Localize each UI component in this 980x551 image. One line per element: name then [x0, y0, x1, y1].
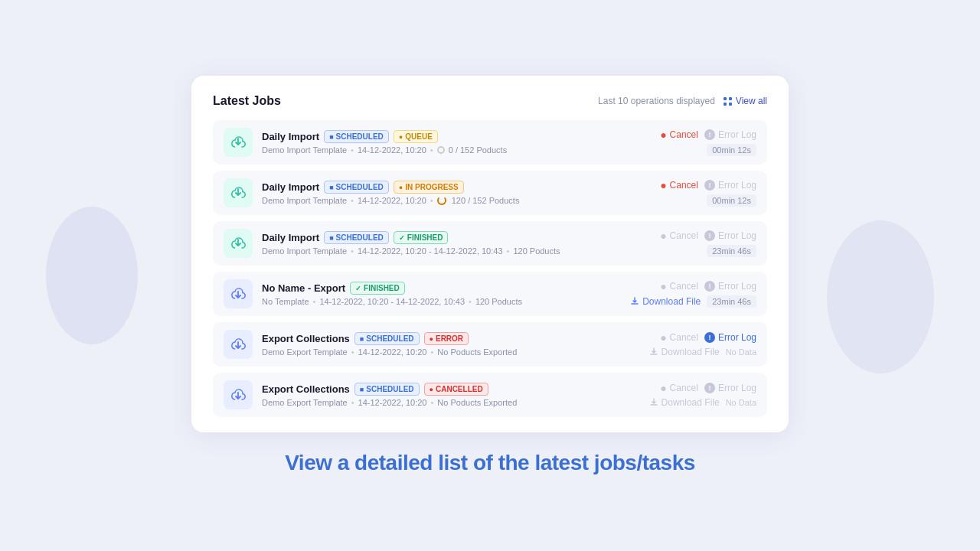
download-icon-3 — [630, 297, 639, 306]
job-icon-3 — [224, 279, 253, 308]
job-date-3: 14-12-2022, 10:20 - 14-12-2022, 10:43 — [319, 297, 465, 306]
job-progress-3: 120 Poducts — [475, 297, 522, 306]
job-icon-0 — [224, 128, 253, 157]
job-progress-4: No Poducts Exported — [437, 347, 517, 357]
cloud-download-icon — [230, 336, 247, 353]
job-date-4: 14-12-2022, 10:20 — [358, 347, 427, 357]
job-name-0: Daily Import — [262, 131, 319, 142]
job-title-row-3: No Name - Export✓ FINISHED — [262, 282, 617, 295]
job-icon-5 — [224, 380, 253, 409]
job-name-2: Daily Import — [262, 232, 319, 243]
progress-circle-0 — [437, 146, 445, 154]
action-top-row-2: ● Cancel! Error Log — [660, 230, 756, 242]
job-date-0: 14-12-2022, 10:20 — [358, 145, 426, 155]
error-log-button-5[interactable]: ! Error Log — [704, 383, 756, 393]
job-info-1: Daily Import■ SCHEDULED● IN PROGRESSDemo… — [262, 181, 617, 205]
job-date-2: 14-12-2022, 10:20 - 14-12-2022, 10:43 — [358, 246, 503, 256]
job-template-3: No Template — [262, 297, 309, 306]
error-log-button-0[interactable]: ! Error Log — [704, 129, 756, 140]
time-badge-3: 23min 46s — [707, 295, 756, 308]
page-wrapper: Latest Jobs Last 10 operations displayed… — [0, 0, 980, 551]
job-date-5: 14-12-2022, 10:20 — [358, 398, 427, 407]
badge-scheduled-2: ■ SCHEDULED — [324, 231, 389, 244]
job-info-2: Daily Import■ SCHEDULED✓ FINISHEDDemo Im… — [262, 231, 617, 256]
job-actions-5: ● Cancel! Error Log Download FileNo Data — [626, 382, 756, 408]
job-icon-1 — [224, 178, 253, 207]
jobs-card: Latest Jobs Last 10 operations displayed… — [191, 76, 789, 432]
badge-scheduled-1: ■ SCHEDULED — [324, 181, 389, 194]
view-all-button[interactable]: View all — [723, 96, 767, 106]
table-row: No Name - Export✓ FINISHEDNo Template•14… — [213, 272, 767, 316]
download-icon-4 — [649, 347, 658, 357]
job-actions-1: ● Cancel! Error Log00min 12s — [626, 179, 756, 207]
error-log-button-4[interactable]: ! Error Log — [704, 332, 756, 343]
action-bottom-row-0: 00min 12s — [707, 144, 756, 156]
job-info-0: Daily Import■ SCHEDULED● QUEUEDemo Impor… — [262, 130, 617, 155]
action-top-row-1: ● Cancel! Error Log — [660, 179, 756, 191]
job-title-row-2: Daily Import■ SCHEDULED✓ FINISHED — [262, 231, 617, 244]
job-actions-0: ● Cancel! Error Log00min 12s — [626, 129, 756, 156]
error-log-button-1[interactable]: ! Error Log — [704, 180, 756, 191]
job-name-3: No Name - Export — [262, 282, 345, 294]
view-all-icon — [723, 96, 733, 106]
job-template-2: Demo Import Template — [262, 246, 347, 256]
cancel-button-1[interactable]: ● Cancel — [660, 179, 698, 191]
cloud-upload-icon — [230, 184, 247, 201]
cancel-button-2: ● Cancel — [660, 230, 698, 242]
error-log-button-2[interactable]: ! Error Log — [704, 230, 756, 241]
job-info-4: Export Collections■ SCHEDULED● ERRORDemo… — [262, 332, 617, 357]
action-top-row-3: ● Cancel! Error Log — [660, 280, 756, 292]
svg-rect-1 — [729, 97, 732, 100]
table-row: Export Collections■ SCHEDULED● ERRORDemo… — [213, 322, 767, 367]
badge-finished-3: ✓ FINISHED — [350, 282, 405, 295]
svg-rect-2 — [724, 103, 727, 106]
error-log-button-3[interactable]: ! Error Log — [704, 281, 756, 292]
download-button-4: Download File — [649, 347, 720, 357]
job-actions-3: ● Cancel! Error Log Download File23min 4… — [626, 280, 756, 308]
job-date-1: 14-12-2022, 10:20 — [358, 196, 426, 205]
job-icon-4 — [224, 330, 253, 359]
job-progress-5: No Poducts Exported — [437, 398, 517, 407]
svg-rect-3 — [729, 103, 732, 106]
table-row: Daily Import■ SCHEDULED● QUEUEDemo Impor… — [213, 120, 767, 165]
action-bottom-row-1: 00min 12s — [707, 194, 756, 207]
cancel-button-0[interactable]: ● Cancel — [660, 129, 698, 141]
blob-left — [46, 207, 138, 344]
action-top-row-0: ● Cancel! Error Log — [660, 129, 756, 141]
card-header: Latest Jobs Last 10 operations displayed… — [213, 94, 767, 108]
cloud-download-icon — [230, 285, 247, 302]
action-top-row-5: ● Cancel! Error Log — [660, 382, 756, 394]
job-title-row-0: Daily Import■ SCHEDULED● QUEUE — [262, 130, 617, 143]
download-icon-5 — [649, 398, 658, 407]
time-badge-0: 00min 12s — [707, 144, 756, 156]
job-title-row-5: Export Collections■ SCHEDULED● CANCELLED — [262, 383, 617, 396]
job-list: Daily Import■ SCHEDULED● QUEUEDemo Impor… — [213, 120, 767, 417]
job-progress-1: 120 / 152 Poducts — [452, 196, 520, 205]
time-badge-1: 00min 12s — [707, 194, 756, 207]
job-progress-2: 120 Poducts — [513, 246, 560, 256]
cloud-upload-icon — [230, 235, 247, 252]
badge-scheduled-0: ■ SCHEDULED — [324, 130, 389, 143]
table-row: Daily Import■ SCHEDULED● IN PROGRESSDemo… — [213, 171, 767, 215]
job-template-1: Demo Import Template — [262, 196, 347, 205]
card-title: Latest Jobs — [213, 94, 281, 108]
job-meta-1: Demo Import Template•14-12-2022, 10:20•1… — [262, 196, 617, 205]
bottom-text: View a detailed list of the latest jobs/… — [285, 451, 695, 475]
cancel-button-3: ● Cancel — [660, 280, 698, 292]
badge-finished-2: ✓ FINISHED — [394, 231, 449, 244]
download-button-3[interactable]: Download File — [630, 296, 701, 307]
job-meta-4: Demo Export Template•14-12-2022, 10:20•N… — [262, 347, 617, 357]
job-info-5: Export Collections■ SCHEDULED● CANCELLED… — [262, 383, 617, 407]
job-template-0: Demo Import Template — [262, 145, 347, 155]
table-row: Export Collections■ SCHEDULED● CANCELLED… — [213, 373, 767, 417]
card-header-right: Last 10 operations displayed View all — [598, 96, 767, 106]
job-progress-0: 0 / 152 Poducts — [449, 145, 507, 155]
job-name-5: Export Collections — [262, 383, 350, 395]
cancel-button-4: ● Cancel — [660, 331, 698, 344]
no-data-5: No Data — [726, 398, 756, 407]
job-meta-0: Demo Import Template•14-12-2022, 10:20• … — [262, 145, 617, 155]
badge-scheduled-4: ■ SCHEDULED — [354, 332, 420, 345]
badge-scheduled-5: ■ SCHEDULED — [354, 383, 420, 396]
view-all-label: View all — [736, 96, 767, 106]
job-actions-2: ● Cancel! Error Log23min 46s — [626, 230, 756, 257]
